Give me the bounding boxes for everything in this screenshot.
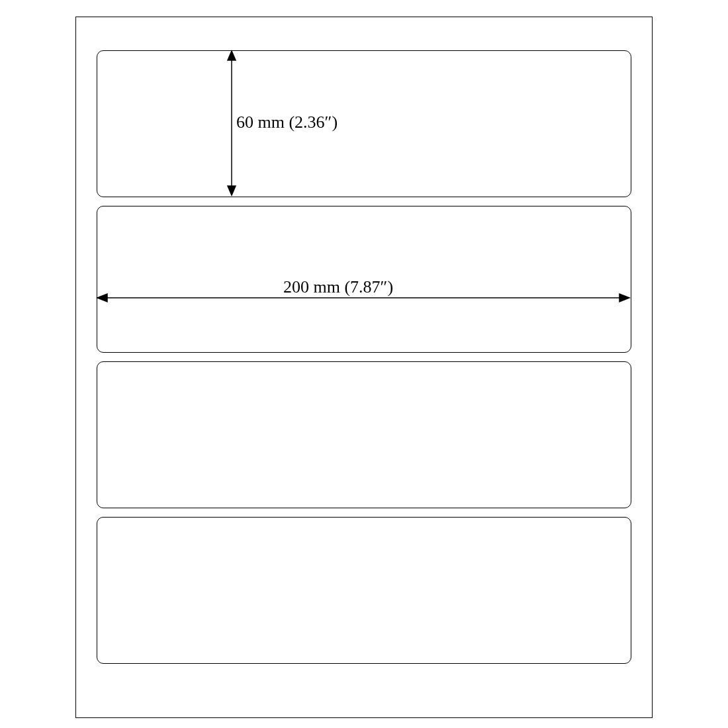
- sheet-outline: [75, 17, 653, 718]
- label-slot-4: [97, 517, 631, 664]
- label-slot-1: [97, 50, 631, 197]
- label-slot-3: [97, 361, 631, 508]
- width-dimension-label: 200 mm (7.87″): [283, 277, 393, 297]
- height-dimension-label: 60 mm (2.36″): [236, 113, 338, 132]
